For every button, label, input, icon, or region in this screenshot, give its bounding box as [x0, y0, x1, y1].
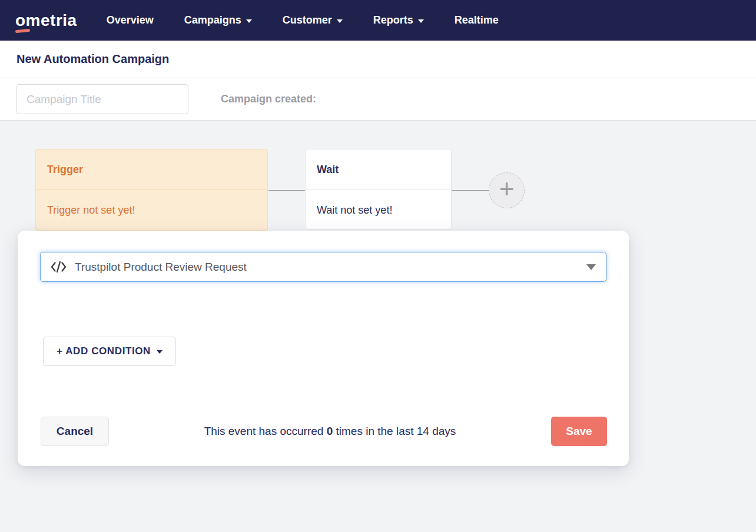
nav-item-label: Realtime	[455, 14, 499, 26]
top-navbar: ometria Overview Campaigns Customer Repo…	[0, 0, 756, 41]
code-icon	[51, 261, 67, 273]
page-header: New Automation Campaign	[0, 41, 756, 78]
wait-card-status: Wait not set yet!	[306, 190, 451, 230]
trigger-card[interactable]: Trigger Trigger not set yet!	[35, 149, 268, 231]
chevron-down-icon	[337, 19, 343, 23]
nav-item-reports[interactable]: Reports	[373, 14, 424, 26]
nav-item-realtime[interactable]: Realtime	[455, 14, 499, 26]
campaign-title-input[interactable]	[16, 84, 188, 114]
plus-icon: +	[499, 176, 515, 202]
page-title: New Automation Campaign	[16, 52, 169, 66]
campaign-form-row: Campaign created:	[0, 78, 756, 121]
nav-items: Overview Campaigns Customer Reports Real…	[107, 14, 499, 26]
event-occurrence-text: This event has occurred 0 times in the l…	[109, 425, 551, 438]
nav-item-label: Customer	[283, 14, 332, 26]
nav-item-campaigns[interactable]: Campaigns	[184, 14, 252, 26]
nav-item-label: Reports	[373, 14, 413, 26]
caret-down-icon	[157, 350, 163, 354]
wait-card[interactable]: Wait Wait not set yet!	[305, 149, 452, 230]
nav-item-label: Overview	[107, 14, 154, 26]
add-condition-button[interactable]: + ADD CONDITION	[43, 337, 176, 366]
campaign-created-label: Campaign created:	[221, 93, 316, 105]
trigger-event-select-value: Trustpilot Product Review Request	[75, 261, 247, 274]
save-button[interactable]: Save	[551, 417, 607, 446]
ometria-logo-text: ometria	[15, 11, 77, 29]
chevron-down-icon	[418, 19, 424, 23]
chevron-down-icon	[586, 264, 596, 270]
ometria-logo[interactable]: ometria	[15, 11, 77, 30]
occurrence-suffix: times in the last 14 days	[333, 425, 456, 437]
nav-item-label: Campaigns	[184, 14, 241, 26]
nav-item-overview[interactable]: Overview	[107, 14, 154, 26]
chevron-down-icon	[246, 19, 252, 23]
modal-footer: Cancel This event has occurred 0 times i…	[41, 417, 607, 446]
connector-line	[452, 190, 489, 191]
occurrence-prefix: This event has occurred	[204, 425, 327, 437]
nav-item-customer[interactable]: Customer	[283, 14, 343, 26]
trigger-card-status: Trigger not set yet!	[36, 190, 267, 230]
add-step-button[interactable]: +	[489, 172, 525, 208]
trigger-settings-panel: Trustpilot Product Review Request + ADD …	[18, 231, 629, 466]
trigger-card-title: Trigger	[36, 149, 267, 190]
trigger-event-select[interactable]: Trustpilot Product Review Request	[40, 252, 606, 282]
add-condition-label: + ADD CONDITION	[57, 345, 151, 357]
cancel-button[interactable]: Cancel	[41, 417, 109, 446]
wait-card-title: Wait	[306, 149, 451, 190]
occurrence-count: 0	[327, 425, 333, 437]
connector-line	[268, 190, 305, 191]
